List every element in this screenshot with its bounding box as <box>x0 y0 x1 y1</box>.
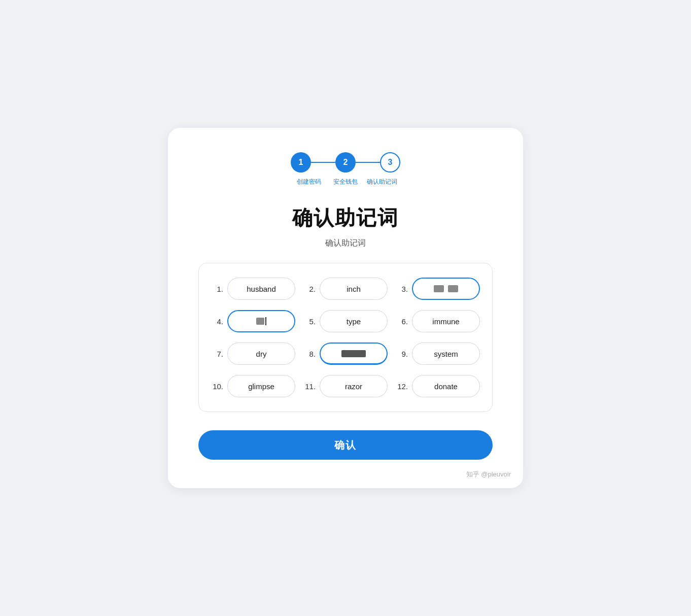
word-number-1: 1. <box>211 285 223 293</box>
word-box-4[interactable] <box>227 310 295 332</box>
cursor-4 <box>265 317 266 325</box>
page-title: 确认助记词 <box>198 204 493 232</box>
word-number-2: 2. <box>303 285 316 293</box>
step-line-1 <box>311 162 335 163</box>
word-box-6[interactable]: immune <box>412 310 480 332</box>
word-item-6: 6. immune <box>396 310 480 332</box>
word-item-5: 5. type <box>303 310 388 332</box>
word-item-4: 4. <box>211 310 295 332</box>
stepper: 1 2 3 创建密码 安全钱包 确认助记词 <box>198 152 493 186</box>
word-number-9: 9. <box>396 350 408 358</box>
word-box-3[interactable] <box>412 278 480 300</box>
step-label-2: 安全钱包 <box>330 178 361 186</box>
word-box-10[interactable]: glimpse <box>227 375 295 397</box>
word-number-12: 12. <box>396 382 408 391</box>
word-number-10: 10. <box>211 382 223 391</box>
word-box-1[interactable]: husband <box>227 278 295 300</box>
word-box-12[interactable]: donate <box>412 375 480 397</box>
word-number-4: 4. <box>211 317 223 326</box>
word-box-9[interactable]: system <box>412 343 480 365</box>
word-item-9: 9. system <box>396 343 480 365</box>
blur-block-3b <box>448 285 458 292</box>
word-number-3: 3. <box>396 285 408 293</box>
blur-block-8 <box>341 350 366 357</box>
step-3: 3 <box>380 152 400 173</box>
step-label-3: 确认助记词 <box>367 178 397 186</box>
word-item-8: 8. <box>303 343 388 365</box>
page-subtitle: 确认助记词 <box>198 238 493 249</box>
word-number-5: 5. <box>303 317 316 326</box>
step-1: 1 <box>291 152 311 173</box>
blur-block-3a <box>434 285 444 292</box>
word-item-10: 10. glimpse <box>211 375 295 397</box>
words-grid: 1. husband 2. inch 3. <box>211 278 480 397</box>
main-card: 1 2 3 创建密码 安全钱包 确认助记词 确认助记词 确认助记词 1. <box>168 128 523 489</box>
word-number-8: 8. <box>303 350 316 358</box>
word-item-7: 7. dry <box>211 343 295 365</box>
word-box-5[interactable]: type <box>320 310 388 332</box>
word-item-1: 1. husband <box>211 278 295 300</box>
word-box-2[interactable]: inch <box>320 278 388 300</box>
watermark: 知乎 @pleuvoir <box>466 470 511 479</box>
stepper-labels: 创建密码 安全钱包 确认助记词 <box>294 178 397 186</box>
word-box-11[interactable]: razor <box>320 375 388 397</box>
stepper-circles: 1 2 3 <box>291 152 400 173</box>
step-line-2 <box>356 162 380 163</box>
word-number-6: 6. <box>396 317 408 326</box>
word-item-12: 12. donate <box>396 375 480 397</box>
word-item-2: 2. inch <box>303 278 388 300</box>
confirm-button[interactable]: 确认 <box>198 430 493 460</box>
word-item-3: 3. <box>396 278 480 300</box>
blur-block-4 <box>256 318 264 325</box>
step-2: 2 <box>335 152 356 173</box>
word-item-11: 11. razor <box>303 375 388 397</box>
words-container: 1. husband 2. inch 3. <box>198 263 493 412</box>
word-number-11: 11. <box>303 382 316 391</box>
word-number-7: 7. <box>211 350 223 358</box>
word-box-8[interactable] <box>320 343 388 365</box>
word-box-7[interactable]: dry <box>227 343 295 365</box>
step-label-1: 创建密码 <box>294 178 324 186</box>
